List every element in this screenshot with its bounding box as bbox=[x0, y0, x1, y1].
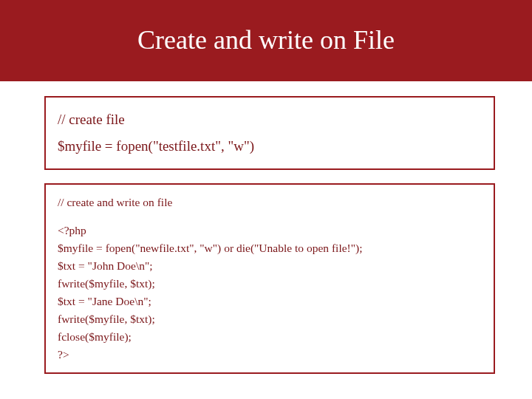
code-line: // create and write on file bbox=[58, 194, 482, 211]
code-line: $txt = "John Doe\n"; bbox=[58, 257, 482, 275]
code-box-create-file: // create file $myfile = fopen("testfile… bbox=[44, 96, 495, 170]
blank-line bbox=[58, 211, 482, 222]
code-line: fclose($myfile); bbox=[58, 328, 482, 346]
code-line: fwrite($myfile, $txt); bbox=[58, 310, 482, 328]
code-line: $myfile = fopen("newfile.txt", "w") or d… bbox=[58, 239, 482, 257]
slide-header: Create and write on File bbox=[0, 0, 532, 81]
code-line: <?php bbox=[58, 222, 482, 239]
code-line: // create file bbox=[58, 106, 482, 133]
code-line: ?> bbox=[58, 346, 482, 364]
slide-content: // create file $myfile = fopen("testfile… bbox=[0, 81, 532, 399]
code-line: $txt = "Jane Doe\n"; bbox=[58, 293, 482, 310]
slide-title: Create and write on File bbox=[137, 24, 395, 56]
code-line: $myfile = fopen("testfile.txt", "w") bbox=[58, 133, 482, 160]
code-line: fwrite($myfile, $txt); bbox=[58, 275, 482, 293]
code-box-create-and-write: // create and write on file <?php $myfil… bbox=[44, 183, 495, 374]
